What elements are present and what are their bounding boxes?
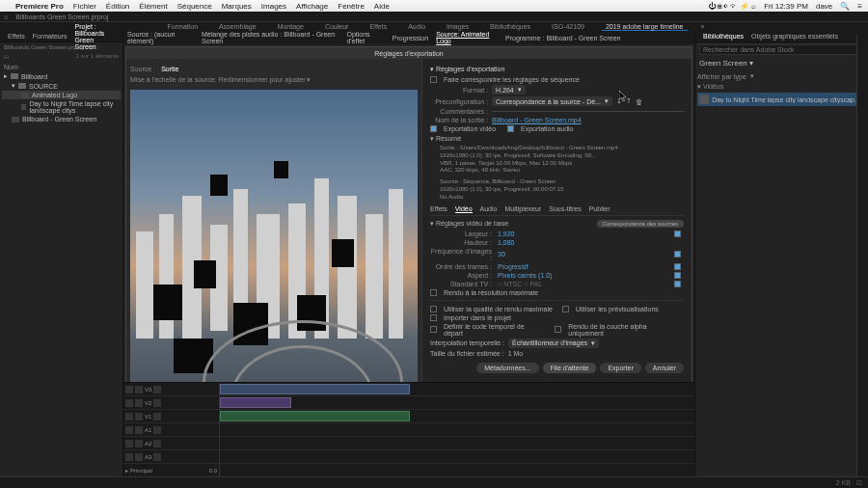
width-field[interactable]: 1,920 [498, 230, 515, 237]
filter-dropdown[interactable]: ▾ [750, 72, 754, 80]
ws-effects[interactable]: Effets [366, 23, 391, 30]
track-header-a3[interactable]: A3 [123, 450, 219, 464]
essential-graphics-tab[interactable]: Objets graphiques essentiels [747, 33, 842, 40]
track-header-v1[interactable]: V1 [123, 410, 219, 423]
track-header-a1[interactable]: A1 [123, 423, 219, 437]
queue-button[interactable]: File d'attente [543, 363, 597, 373]
preset-import-icon[interactable]: ⤒ [626, 97, 632, 105]
spotlight-icon[interactable]: 🔍 [840, 2, 850, 11]
bin-billboard[interactable]: ▸Billboard [2, 71, 121, 81]
max-res-checkbox[interactable] [430, 289, 437, 296]
preset-save-icon[interactable]: ⤓ [616, 97, 622, 105]
ws-color[interactable]: Couleur [321, 23, 353, 30]
interp-dropdown[interactable]: Échantillonneur d'images ▾ [508, 339, 599, 348]
preview-tab-output[interactable]: Sortie [161, 66, 178, 72]
ws-graphics[interactable]: Images [443, 23, 473, 30]
settings-tab-publish[interactable]: Publier [589, 205, 610, 213]
settings-tab-audio[interactable]: Audio [480, 205, 498, 213]
format-dropdown[interactable]: H.264 ▾ [492, 85, 526, 95]
menubar-clock[interactable]: Fri 12:39 PM [764, 2, 808, 11]
menubar-user[interactable]: dave [816, 2, 832, 11]
timeline-tracks[interactable] [220, 383, 694, 476]
library-selector[interactable]: Green Screen ▾ [695, 57, 868, 69]
ws-audio[interactable]: Audio [404, 23, 429, 30]
menu-view[interactable]: Affichage [296, 2, 328, 11]
source-tab-progress[interactable]: Progression [393, 35, 428, 41]
field-order-field[interactable]: Progressif [498, 263, 529, 270]
source-tab-effectopts[interactable]: Options d'effet [346, 31, 384, 44]
ws-iso[interactable]: ISO-42109 [548, 23, 588, 30]
project-filter-icon[interactable]: ⊟ [4, 53, 9, 60]
home-icon[interactable]: ⌂ [4, 14, 8, 20]
app-name[interactable]: Premiere Pro [15, 2, 64, 11]
project-col-name[interactable]: Nom [2, 63, 121, 71]
fps-field[interactable]: 30 [498, 251, 505, 258]
document-tab[interactable]: Billboards Green Screen.prproj [10, 14, 114, 20]
max-depth-checkbox[interactable] [430, 306, 437, 312]
settings-tab-captions[interactable]: Sous-titres [549, 205, 581, 213]
status-icon[interactable]: ⊡ [856, 479, 862, 487]
menu-file[interactable]: Fichier [73, 2, 96, 11]
track-header-v2[interactable]: V2 [123, 396, 219, 410]
timeline-clip[interactable] [220, 384, 410, 394]
preview-tab-source[interactable]: Source [130, 66, 151, 72]
menu-graphics[interactable]: Images [261, 2, 286, 11]
ws-custom[interactable]: 2019 adobe large timeline [602, 23, 688, 31]
menu-markers[interactable]: Marques [222, 2, 252, 11]
clip-timelapse[interactable]: Day to Night Time lapse city landscape c… [2, 99, 121, 115]
use-previews-checkbox[interactable] [562, 306, 569, 312]
project-tab-effects[interactable]: Effets [4, 33, 29, 40]
preset-dropdown[interactable]: Correspondance à la source - Dé... ▾ [492, 96, 612, 106]
track-header-a2[interactable]: A2 [123, 437, 219, 450]
import-project-checkbox[interactable] [430, 314, 437, 321]
tv-match-checkbox[interactable] [674, 281, 681, 287]
menu-sequence[interactable]: Séquence [177, 2, 212, 11]
siri-icon[interactable]: ≡ [857, 2, 862, 11]
program-tab[interactable]: Programme : Billboard - Green Screen [505, 35, 620, 41]
width-match-checkbox[interactable] [674, 230, 681, 237]
timeline-clip[interactable] [220, 397, 291, 408]
ws-overflow-icon[interactable]: » [701, 23, 705, 30]
menubar-icons[interactable]: ⏻ ⊞ ◐ ᯤ ⚡ ⌕ [708, 2, 756, 11]
libraries-tab[interactable]: Bibliothèques [699, 33, 747, 40]
match-source-button[interactable]: Correspondance des sources [597, 220, 684, 228]
track-header-master[interactable]: ▸Principal0.0 [123, 464, 219, 477]
settings-tab-video[interactable]: Vidéo [455, 205, 473, 213]
timecode-start-checkbox[interactable] [430, 326, 437, 333]
source-tab-animatedlogo[interactable]: Source: Animated Logo [436, 31, 498, 44]
comments-field[interactable] [492, 111, 684, 112]
settings-tab-effects[interactable]: Effets [430, 205, 448, 213]
timeline-clip[interactable] [220, 411, 410, 421]
alpha-only-checkbox[interactable] [555, 326, 561, 333]
order-match-checkbox[interactable] [674, 263, 681, 270]
aspect-field[interactable]: Pixels carrés (1.0) [498, 272, 552, 279]
export-audio-checkbox[interactable] [507, 125, 514, 132]
menu-window[interactable]: Fenêtre [338, 2, 365, 11]
ws-assembly[interactable]: Assemblage [215, 23, 260, 30]
export-video-checkbox[interactable] [430, 125, 437, 132]
fps-match-checkbox[interactable] [674, 251, 681, 258]
project-tab-formaters[interactable]: Formateurs [29, 33, 71, 40]
menu-edit[interactable]: Édition [106, 2, 129, 11]
height-field[interactable]: 1,080 [498, 239, 515, 246]
library-search-input[interactable] [699, 44, 864, 55]
track-header-v3[interactable]: V3 [123, 383, 219, 396]
settings-tab-mux[interactable]: Multiplexeur [504, 205, 541, 213]
clip-animated-logo[interactable]: Animated Logo [2, 91, 121, 99]
preset-delete-icon[interactable]: 🗑 [636, 98, 642, 105]
source-tab-none[interactable]: Source : (aucun élément) [127, 31, 194, 44]
ws-libraries[interactable]: Bibliothèques [486, 23, 534, 30]
export-button[interactable]: Exporter [600, 363, 640, 373]
menu-help[interactable]: Aide [374, 2, 390, 11]
output-name-link[interactable]: Billboard - Green Screen.mp4 [492, 117, 582, 123]
library-item[interactable]: Day to Night Time lapse city landscape c… [697, 93, 866, 106]
source-tab-audiomixer[interactable]: Mélange des pistes audio : Billboard - G… [202, 31, 339, 44]
sequence-billboard[interactable]: Billboard - Green Screen [2, 115, 121, 123]
menu-clip[interactable]: Élément [139, 2, 167, 11]
scale-dropdown[interactable]: Redimensionner pour ajuster ▾ [219, 76, 312, 83]
match-seq-checkbox[interactable] [430, 76, 437, 83]
bin-source[interactable]: ▾SOURCE [2, 81, 121, 91]
metadata-button[interactable]: Métadonnées... [476, 363, 538, 373]
aspect-match-checkbox[interactable] [674, 272, 681, 279]
ws-formation[interactable]: Formation [164, 23, 203, 30]
